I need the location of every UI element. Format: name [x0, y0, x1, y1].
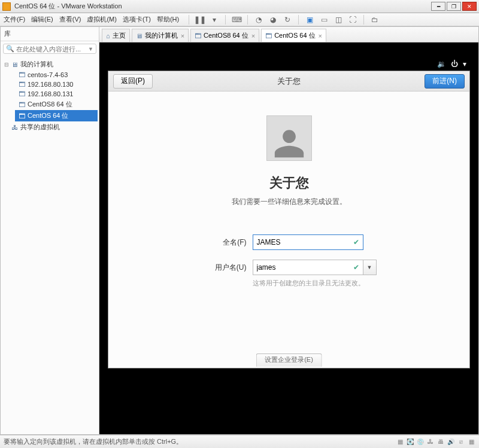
tree-vm[interactable]: 🗔192.168.80.131: [15, 89, 98, 99]
search-input[interactable]: [16, 45, 88, 53]
page-title: 关于您: [269, 174, 309, 192]
menu-edit[interactable]: 编辑(E): [31, 15, 53, 24]
close-icon[interactable]: ×: [251, 32, 255, 39]
snapshot-icon[interactable]: ◔: [254, 15, 263, 25]
vm-icon: 🗔: [265, 32, 272, 39]
vm-tree: ⊟🖥我的计算机 🗔centos-7.4-63 🗔192.168.80.130 🗔…: [1, 56, 99, 135]
status-hint: 要将输入定向到该虚拟机，请在虚拟机内部单击或按 Ctrl+G。: [4, 437, 183, 446]
avatar[interactable]: [266, 115, 312, 161]
tree-vm[interactable]: 🗔192.168.80.130: [15, 80, 98, 89]
close-icon[interactable]: ×: [319, 32, 322, 39]
guest-header-title: 关于您: [153, 76, 425, 87]
window-minimize-button[interactable]: ━: [431, 2, 445, 11]
app-icon: [2, 2, 11, 11]
tab-centos8[interactable]: 🗔CentOS8 64 位×: [190, 29, 259, 42]
menu-view[interactable]: 查看(V): [59, 15, 81, 24]
window-titlebar: CentOS 64 位 - VMware Workstation ━ ❐ ✕: [0, 0, 479, 13]
revert-icon[interactable]: ↻: [283, 15, 292, 25]
pc-icon: 🖥: [136, 32, 143, 39]
fullname-field-wrap[interactable]: ✔: [253, 234, 363, 250]
menu-tabs[interactable]: 选项卡(T): [123, 15, 151, 24]
fullscreen-icon[interactable]: ▭: [319, 15, 329, 25]
content-area: ⌂主页 🖥我的计算机× 🗔CentOS8 64 位× 🗔CentOS 64 位×…: [99, 27, 478, 434]
sound-icon[interactable]: 🔉: [437, 60, 446, 68]
window-title: CentOS 64 位 - VMware Workstation: [14, 2, 430, 11]
library-icon[interactable]: 🗀: [370, 15, 380, 25]
vm-console[interactable]: 🔉 ⏻ ▾ 返回(P) 关于您 前进(N) 关于您 我: [99, 42, 478, 434]
window-maximize-button[interactable]: ❐: [447, 2, 461, 11]
tab-centos[interactable]: 🗔CentOS 64 位×: [261, 29, 326, 42]
guest-setup-window: 返回(P) 关于您 前进(N) 关于您 我们需要一些详细信息来完成设置。 全名(…: [108, 71, 470, 368]
sidebar-header: 库: [1, 27, 99, 41]
device-icon[interactable]: 🔊: [447, 438, 455, 446]
back-button[interactable]: 返回(P): [113, 74, 153, 89]
menu-help[interactable]: 帮助(H): [157, 15, 179, 24]
search-dropdown-icon[interactable]: ▼: [88, 46, 93, 52]
search-icon: 🔍: [6, 45, 14, 53]
menubar: 文件(F) 编辑(E) 查看(V) 虚拟机(M) 选项卡(T) 帮助(H) ❚❚…: [0, 13, 479, 26]
tab-home[interactable]: ⌂主页: [102, 29, 130, 42]
check-icon: ✔: [353, 263, 359, 272]
stretch-icon[interactable]: ⛶: [348, 15, 357, 25]
enterprise-login-button[interactable]: 设置企业登录(E): [256, 353, 322, 367]
username-input[interactable]: [257, 263, 351, 272]
snapshot-manage-icon[interactable]: ◕: [268, 15, 278, 25]
check-icon: ✔: [353, 238, 359, 246]
tree-vm[interactable]: 🗔centos-7.4-63: [15, 70, 98, 80]
power-icon[interactable]: ⏻: [451, 60, 458, 68]
vm-icon: 🗔: [195, 32, 201, 39]
device-icon[interactable]: ▦: [396, 438, 404, 446]
chevron-down-icon[interactable]: ▾: [463, 60, 466, 68]
device-icon[interactable]: 🖶: [436, 438, 445, 446]
username-label: 用户名(U): [202, 263, 247, 273]
device-icon[interactable]: 💿: [416, 438, 425, 446]
status-bar: 要将输入定向到该虚拟机，请在虚拟机内部单击或按 Ctrl+G。 ▦ 💽 💿 🖧 …: [0, 435, 479, 448]
menu-vm[interactable]: 虚拟机(M): [87, 15, 117, 24]
tree-vm-selected[interactable]: 🗔CentOS 64 位: [15, 110, 98, 121]
fullname-input[interactable]: [257, 238, 351, 246]
sidebar-search-box[interactable]: 🔍 ▼: [3, 44, 96, 54]
fullname-label: 全名(F): [202, 237, 247, 248]
window-close-button[interactable]: ✕: [462, 2, 477, 11]
device-icon[interactable]: ▦: [467, 438, 475, 446]
device-icon[interactable]: 💽: [406, 438, 414, 446]
username-hint: 这将用于创建您的主目录且无法更改。: [253, 279, 377, 288]
send-keys-icon[interactable]: ⌨: [232, 15, 241, 25]
dropdown-icon[interactable]: ▾: [210, 15, 219, 25]
pause-icon[interactable]: ❚❚: [195, 15, 205, 25]
fit-guest-icon[interactable]: ▣: [305, 15, 314, 25]
username-field-wrap[interactable]: ✔: [253, 260, 363, 275]
user-icon: [272, 126, 307, 160]
next-button[interactable]: 前进(N): [425, 74, 465, 89]
tab-mypc[interactable]: 🖥我的计算机×: [132, 29, 189, 42]
unity-icon[interactable]: ◫: [334, 15, 343, 25]
page-subtitle: 我们需要一些详细信息来完成设置。: [232, 197, 347, 207]
tree-root-mypc[interactable]: ⊟🖥我的计算机: [2, 59, 98, 70]
sidebar: 库 🔍 ▼ ⊟🖥我的计算机 🗔centos-7.4-63 🗔192.168.80…: [1, 27, 99, 434]
username-menu-button[interactable]: ▼: [363, 260, 377, 275]
tree-shared-vms[interactable]: 🖧共享的虚拟机: [2, 121, 98, 133]
device-icon[interactable]: 🖧: [426, 438, 435, 446]
tab-strip: ⌂主页 🖥我的计算机× 🗔CentOS8 64 位× 🗔CentOS 64 位×: [99, 27, 478, 42]
home-icon: ⌂: [106, 32, 110, 39]
close-icon[interactable]: ×: [181, 32, 184, 39]
device-icon[interactable]: ⎚: [457, 438, 465, 446]
tree-vm[interactable]: 🗔CentOS8 64 位: [15, 99, 98, 110]
menu-file[interactable]: 文件(F): [4, 15, 25, 24]
